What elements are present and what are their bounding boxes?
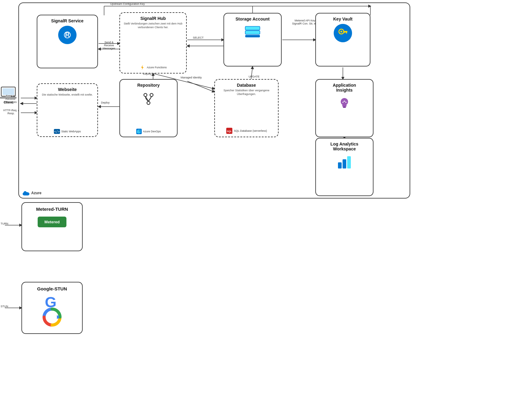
svg-rect-64 <box>6 96 11 97</box>
database-title: Database <box>237 83 256 88</box>
client-box: Client <box>0 86 17 104</box>
metered-turn-title: Metered-TURN <box>36 206 68 212</box>
signalr-hub-subtitle: Stellt Verbindungen zwischen zwei mit de… <box>122 22 184 29</box>
azure-label: Azure <box>23 191 41 195</box>
app-insights-node: Application Insights <box>315 79 373 137</box>
svg-point-24 <box>26 192 28 195</box>
svg-point-39 <box>144 93 147 96</box>
svg-point-68 <box>47 312 57 322</box>
key-vault-title: Key Vault <box>333 17 352 21</box>
signalr-hub-title: SignalR Hub <box>140 16 166 21</box>
svg-rect-36 <box>344 32 345 33</box>
log-analytics-node: Log Analytics Workspace <box>315 138 373 196</box>
svg-rect-59 <box>343 159 346 168</box>
key-vault-node: Key Vault <box>315 13 370 66</box>
webseite-subtitle: Die statische Webseite, erstellt mit sve… <box>42 93 93 97</box>
svg-point-40 <box>150 93 153 96</box>
svg-point-41 <box>147 101 150 104</box>
svg-rect-35 <box>346 32 347 33</box>
svg-rect-51 <box>342 105 347 107</box>
signalr-service-title: SignalR Service <box>51 18 84 23</box>
app-insights-title: Application Insights <box>333 83 356 93</box>
svg-rect-58 <box>338 162 342 168</box>
google-g-text <box>42 307 62 330</box>
svg-text:</>: </> <box>54 130 60 133</box>
client-label: Client <box>4 100 13 104</box>
azure-devops-badge: Azure DevOps <box>136 129 161 134</box>
http-label: HTTP-Req. / Resp. <box>1 109 21 115</box>
metered-btn: Metered <box>38 217 66 227</box>
svg-text:SQL: SQL <box>227 130 232 133</box>
webseite-title: Webseite <box>58 87 77 92</box>
metered-turn-box: Metered-TURN Metered <box>21 202 83 251</box>
turn-label: TURN <box>1 222 8 225</box>
svg-rect-28 <box>245 26 260 30</box>
key-vault-icon <box>334 24 352 42</box>
diagram-canvas: Upstream Configuration Key Send & Receiv… <box>0 0 529 420</box>
azure-functions-badge: Azure Functions <box>139 64 167 70</box>
google-stun-box: Google-STUN G <box>21 282 83 334</box>
svg-rect-52 <box>343 107 346 108</box>
svg-rect-29 <box>245 31 260 34</box>
sql-db-badge: SQL SQL Database (serverless) <box>226 127 267 134</box>
svg-rect-34 <box>343 31 347 32</box>
database-node: Database Speicher Statistiken über verga… <box>214 79 279 137</box>
svg-marker-27 <box>141 65 144 70</box>
client-icon <box>0 86 17 99</box>
signalr-icon: R <box>58 26 77 44</box>
google-stun-title: Google-STUN <box>37 286 67 291</box>
signalr-hub-node: SignalR Hub Stellt Verbindungen zwischen… <box>119 12 187 74</box>
webseite-node: Webseite Die statische Webseite, erstell… <box>37 83 98 137</box>
storage-account-title: Storage Account <box>235 17 270 21</box>
azure-text: Azure <box>31 191 41 195</box>
static-webapps-badge: </> Static WebApps <box>54 129 81 134</box>
database-subtitle: Speicher Statistiken über vergangene Übe… <box>217 89 276 96</box>
svg-rect-62 <box>2 88 14 95</box>
repository-title: Repository <box>137 83 159 88</box>
stun-label: STUN <box>1 305 8 308</box>
repository-node: Repository Azure DevOps <box>119 79 178 137</box>
static-webapps-label: Static WebApps <box>61 130 81 133</box>
repository-icon <box>141 91 156 108</box>
azure-functions-label: Azure Functions <box>147 66 167 69</box>
log-analytics-icon <box>336 154 353 172</box>
storage-icon <box>244 25 261 40</box>
signalr-service-node: SignalR Service R <box>37 15 98 68</box>
app-insights-icon <box>336 95 353 113</box>
svg-line-43 <box>148 96 152 101</box>
storage-account-node: Storage Account <box>223 13 282 66</box>
azure-devops-label: Azure DevOps <box>143 130 161 133</box>
svg-point-33 <box>340 31 342 32</box>
sql-db-label: SQL Database (serverless) <box>234 129 267 132</box>
svg-rect-60 <box>347 156 351 168</box>
log-analytics-title: Log Analytics Workspace <box>330 142 358 151</box>
